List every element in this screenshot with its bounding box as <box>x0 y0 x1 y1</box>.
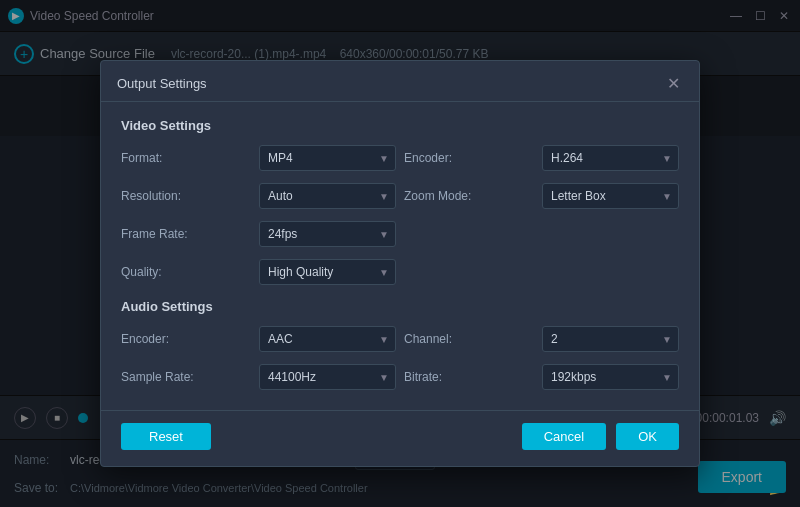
quality-select-wrap: High Quality ▼ <box>259 259 396 285</box>
format-select-wrap: MP4 ▼ <box>259 145 396 171</box>
quality-label: Quality: <box>121 265 251 279</box>
frame-rate-select[interactable]: 24fps <box>259 221 396 247</box>
sample-rate-select-wrap: 44100Hz ▼ <box>259 364 396 390</box>
resolution-select[interactable]: Auto <box>259 183 396 209</box>
zoom-mode-select-wrap: Letter Box ▼ <box>542 183 679 209</box>
cancel-button[interactable]: Cancel <box>522 423 606 450</box>
video-section-title: Video Settings <box>121 118 679 133</box>
encoder-select-wrap: H.264 ▼ <box>542 145 679 171</box>
output-settings-modal: Output Settings ✕ Video Settings Format:… <box>100 60 700 467</box>
format-label: Format: <box>121 151 251 165</box>
modal-body: Video Settings Format: MP4 ▼ Encoder: H.… <box>101 102 699 406</box>
modal-overlay: Output Settings ✕ Video Settings Format:… <box>0 0 800 507</box>
bitrate-select-wrap: 192kbps ▼ <box>542 364 679 390</box>
channel-select[interactable]: 2 <box>542 326 679 352</box>
audio-encoder-select-wrap: AAC ▼ <box>259 326 396 352</box>
quality-select[interactable]: High Quality <box>259 259 396 285</box>
encoder-select[interactable]: H.264 <box>542 145 679 171</box>
modal-title: Output Settings <box>117 76 207 91</box>
modal-footer-right: Cancel OK <box>522 423 679 450</box>
zoom-mode-label: Zoom Mode: <box>404 189 534 203</box>
reset-button[interactable]: Reset <box>121 423 211 450</box>
format-select[interactable]: MP4 <box>259 145 396 171</box>
channel-label: Channel: <box>404 332 534 346</box>
modal-close-button[interactable]: ✕ <box>663 73 683 93</box>
sample-rate-label: Sample Rate: <box>121 370 251 384</box>
modal-header: Output Settings ✕ <box>101 61 699 102</box>
bitrate-label: Bitrate: <box>404 370 534 384</box>
frame-rate-label: Frame Rate: <box>121 227 251 241</box>
audio-settings-grid: Encoder: AAC ▼ Channel: 2 ▼ Sample Rate: <box>121 326 679 390</box>
modal-footer: Reset Cancel OK <box>101 410 699 466</box>
ok-button[interactable]: OK <box>616 423 679 450</box>
bitrate-select[interactable]: 192kbps <box>542 364 679 390</box>
audio-encoder-select[interactable]: AAC <box>259 326 396 352</box>
encoder-label: Encoder: <box>404 151 534 165</box>
video-settings-grid: Format: MP4 ▼ Encoder: H.264 ▼ Resolutio… <box>121 145 679 285</box>
sample-rate-select[interactable]: 44100Hz <box>259 364 396 390</box>
resolution-select-wrap: Auto ▼ <box>259 183 396 209</box>
audio-encoder-label: Encoder: <box>121 332 251 346</box>
audio-section-title: Audio Settings <box>121 299 679 314</box>
channel-select-wrap: 2 ▼ <box>542 326 679 352</box>
frame-rate-select-wrap: 24fps ▼ <box>259 221 396 247</box>
zoom-mode-select[interactable]: Letter Box <box>542 183 679 209</box>
resolution-label: Resolution: <box>121 189 251 203</box>
